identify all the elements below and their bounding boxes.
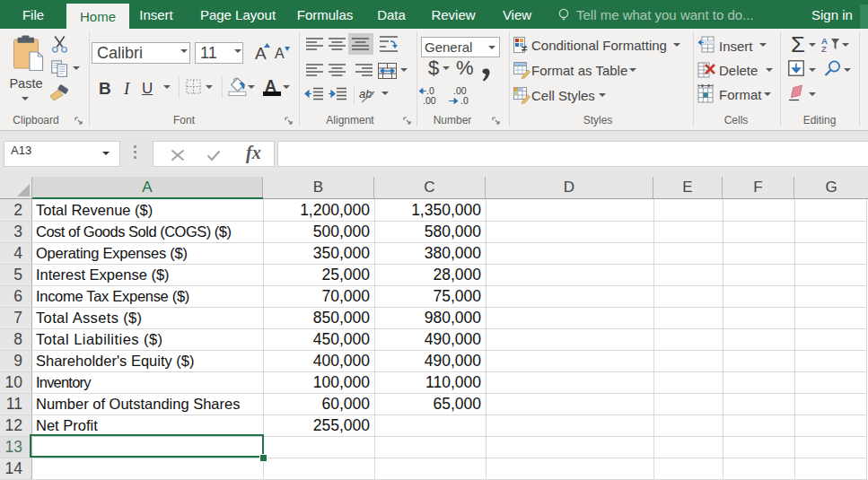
- svg-text:≠: ≠: [522, 43, 527, 54]
- svg-text:Z: Z: [821, 44, 827, 54]
